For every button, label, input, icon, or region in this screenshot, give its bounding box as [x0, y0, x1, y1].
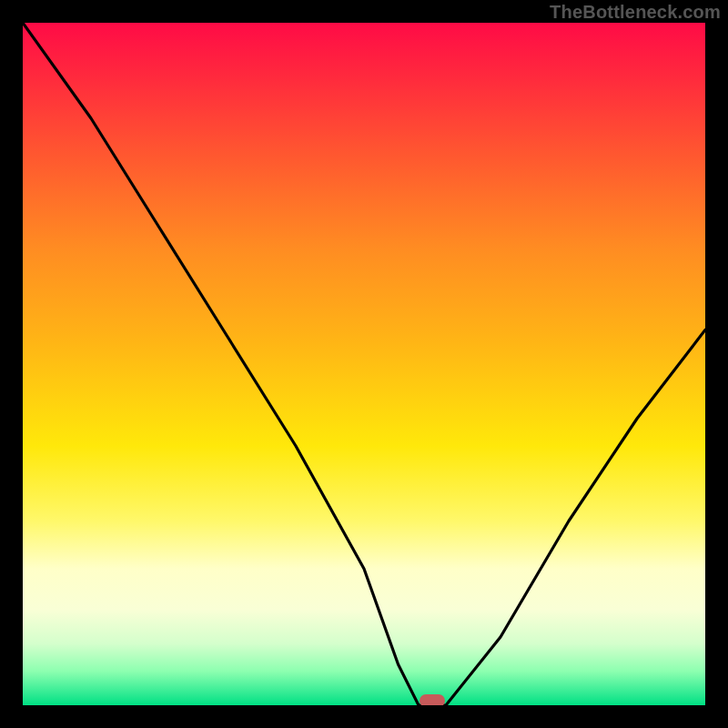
- minimum-marker: [420, 694, 445, 705]
- plot-area: [23, 23, 705, 705]
- chart-frame: TheBottleneck.com: [0, 0, 728, 728]
- bottleneck-curve: [23, 23, 705, 705]
- watermark-text: TheBottleneck.com: [550, 2, 721, 23]
